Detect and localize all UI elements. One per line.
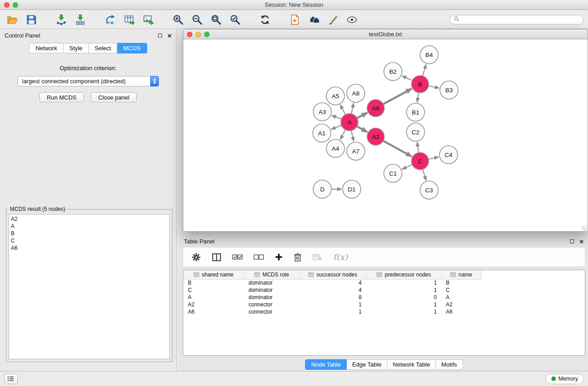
tab-select[interactable]: Select — [89, 43, 117, 53]
network-close-button[interactable] — [187, 32, 192, 37]
result-item[interactable]: A6 — [11, 244, 167, 252]
network-node-C4[interactable]: C4 — [440, 146, 458, 164]
edge-B-B2[interactable] — [402, 76, 412, 81]
optimization-dropdown[interactable]: largest connected component (directed) — [18, 76, 159, 86]
edge-A-A1[interactable] — [331, 125, 341, 129]
network-node-A1[interactable]: A1 — [313, 124, 331, 142]
add-row-button[interactable] — [275, 251, 283, 263]
edge-C-C3[interactable] — [423, 169, 426, 181]
save-session-button[interactable] — [24, 13, 39, 26]
mcds-result-list[interactable]: A2ABCA6 — [9, 214, 170, 359]
edge-A-A7[interactable] — [351, 131, 354, 142]
float-panel-icon[interactable] — [158, 33, 162, 38]
edge-A-A2[interactable] — [357, 126, 368, 132]
style-paint-button[interactable] — [325, 13, 340, 26]
dropdown-stepper-icon[interactable] — [150, 76, 159, 86]
export-image-button[interactable] — [140, 13, 156, 26]
table-row[interactable]: A6connector11A6 — [183, 308, 481, 315]
network-node-B2[interactable]: B2 — [384, 62, 402, 81]
network-node-A5[interactable]: A5 — [326, 87, 344, 105]
edge-C-C4[interactable] — [429, 157, 439, 159]
table-row[interactable]: Cdominator41C — [183, 286, 481, 294]
result-item[interactable]: A2 — [11, 215, 167, 223]
result-item[interactable]: C — [11, 237, 167, 244]
edge-A2-C[interactable] — [383, 141, 412, 157]
zoom-selected-button[interactable] — [227, 13, 243, 26]
table-row[interactable]: Adominator80A — [183, 294, 481, 301]
deselect-all-button[interactable] — [253, 251, 264, 263]
show-hide-button[interactable] — [344, 13, 359, 26]
close-window-button[interactable] — [4, 2, 10, 8]
network-node-B1[interactable]: B1 — [406, 103, 425, 121]
column-header-predecessor-nodes[interactable]: predecessor nodes — [366, 270, 441, 279]
edge-A-A4[interactable] — [340, 130, 345, 140]
refresh-layout-button[interactable] — [257, 13, 272, 26]
edge-B-B4[interactable] — [423, 64, 426, 76]
tab-mcds[interactable]: MCDS — [117, 43, 147, 53]
tab-network-table[interactable]: Network Table — [387, 359, 436, 370]
result-item[interactable]: B — [11, 230, 167, 237]
edge-C-C2[interactable] — [417, 142, 419, 152]
network-node-C1[interactable]: C1 — [384, 164, 402, 182]
tab-node-table[interactable]: Node Table — [305, 359, 347, 370]
network-node-B[interactable]: B — [411, 76, 429, 93]
resize-handle[interactable] — [582, 225, 587, 231]
network-node-D[interactable]: D — [313, 180, 331, 198]
network-node-A7[interactable]: A7 — [347, 142, 365, 160]
show-columns-button[interactable] — [212, 251, 221, 263]
network-canvas-area[interactable]: B4B2BB3A8A5A6A3B1AC2A1A2A4A7C4CC1C3DD1 — [183, 39, 588, 231]
network-node-C2[interactable]: C2 — [406, 123, 425, 141]
network-node-D1[interactable]: D1 — [343, 180, 361, 198]
edge-A-A5[interactable] — [340, 105, 345, 114]
new-network-button[interactable] — [102, 13, 118, 26]
edge-A6-B[interactable] — [383, 89, 412, 104]
column-header-shared-name[interactable]: shared name — [183, 270, 244, 279]
memory-button[interactable]: Memory — [545, 374, 584, 384]
column-header-mcds-role[interactable]: MCDS role — [244, 270, 299, 279]
run-mcds-button[interactable]: Run MCDS — [39, 92, 84, 102]
delete-row-button[interactable] — [294, 251, 301, 263]
search-input[interactable] — [462, 16, 579, 23]
home-view-button[interactable] — [306, 13, 321, 26]
table-close-icon[interactable]: × — [579, 238, 583, 245]
network-node-A3[interactable]: A3 — [313, 103, 331, 121]
function-builder-button[interactable]: f(x) — [333, 251, 348, 263]
edge-A-A8[interactable] — [351, 103, 354, 114]
network-node-B4[interactable]: B4 — [420, 46, 438, 64]
network-zoom-button[interactable] — [204, 32, 210, 37]
zoom-in-button[interactable] — [170, 13, 186, 26]
network-node-A[interactable]: A — [341, 114, 358, 131]
network-node-B3[interactable]: B3 — [440, 81, 458, 99]
network-document-button[interactable] — [287, 13, 302, 26]
network-window-titlebar[interactable]: testGlobe.txt — [183, 29, 588, 39]
close-panel-button[interactable]: Close panel — [91, 92, 137, 102]
edge-A-A6[interactable] — [357, 113, 368, 118]
zoom-out-button[interactable] — [189, 13, 205, 26]
new-table-button[interactable] — [121, 13, 137, 26]
import-table-from-file-button[interactable] — [72, 13, 88, 26]
import-network-from-file-button[interactable] — [53, 13, 69, 26]
table-settings-button[interactable] — [191, 251, 201, 263]
network-minimize-button[interactable] — [196, 32, 201, 37]
tab-network[interactable]: Network — [29, 43, 63, 53]
column-header-name[interactable]: name — [441, 270, 481, 279]
close-panel-icon[interactable]: × — [167, 32, 172, 39]
tab-style[interactable]: Style — [63, 43, 89, 53]
network-node-A8[interactable]: A8 — [347, 84, 365, 102]
search-box[interactable] — [449, 15, 583, 24]
edge-B-B1[interactable] — [417, 93, 419, 103]
edge-B-B3[interactable] — [429, 86, 440, 88]
zoom-window-button[interactable] — [13, 2, 18, 8]
tab-edge-table[interactable]: Edge Table — [347, 359, 387, 370]
column-header-successor-nodes[interactable]: successor nodes — [299, 270, 366, 279]
zoom-fit-button[interactable] — [208, 13, 224, 26]
result-item[interactable]: A — [11, 223, 167, 230]
table-row[interactable]: Bdominator41B — [183, 279, 481, 286]
select-all-button[interactable] — [232, 251, 243, 263]
table-row[interactable]: A2connector11A2 — [183, 301, 481, 308]
tab-motifs[interactable]: Motifs — [436, 359, 463, 370]
edge-A-A3[interactable] — [332, 115, 342, 119]
network-node-A6[interactable]: A6 — [367, 100, 384, 117]
table-float-icon[interactable] — [570, 239, 574, 243]
open-session-button[interactable] — [5, 13, 20, 26]
